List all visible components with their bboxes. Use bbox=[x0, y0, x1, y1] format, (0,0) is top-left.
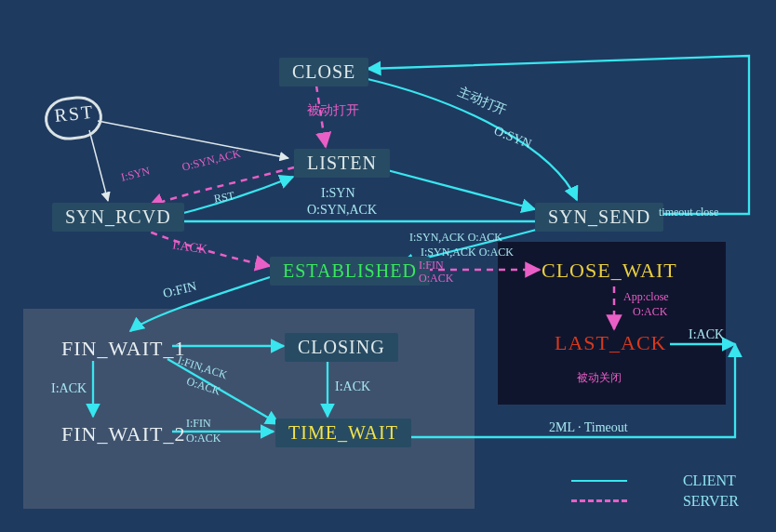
legend-server-line bbox=[571, 499, 627, 502]
state-fin-wait-2: FIN_WAIT_2 bbox=[48, 419, 198, 450]
lbl-synsend-synrcvd: I:SYN,ACK O:ACK bbox=[409, 231, 502, 245]
lbl-fw1-fw2: I:ACK bbox=[51, 381, 87, 396]
lbl-tw-close: 2ML · Timeout bbox=[549, 420, 628, 435]
lbl-cw-la-b: O:ACK bbox=[633, 305, 667, 319]
lbl-la-note: 被动关闭 bbox=[577, 370, 622, 386]
state-last-ack: LAST_ACK bbox=[555, 331, 666, 355]
state-established: ESTABLISHED bbox=[270, 257, 430, 286]
legend-client-line bbox=[571, 480, 627, 482]
state-closing: CLOSING bbox=[285, 333, 398, 362]
lbl-closing-tw: I:ACK bbox=[335, 379, 370, 394]
lbl-la-close: I:ACK bbox=[689, 327, 724, 342]
state-syn-send: SYN_SEND bbox=[535, 203, 663, 232]
lbl-fw2-tw-b: O:ACK bbox=[186, 432, 221, 446]
lbl-synsend-estab: I:SYN,ACK O:ACK bbox=[421, 246, 514, 259]
legend-server: SERVER bbox=[683, 491, 739, 512]
state-time-wait: TIME_WAIT bbox=[275, 419, 411, 447]
lbl-close-listen: 被动打开 bbox=[307, 102, 359, 119]
legend: CLIENT SERVER bbox=[683, 471, 739, 512]
legend-client: CLIENT bbox=[683, 471, 739, 491]
state-close: CLOSE bbox=[279, 58, 368, 86]
lbl-synsend-close: timeout close bbox=[659, 206, 718, 219]
lbl-listen-synsend-b: O:SYN,ACK bbox=[307, 203, 377, 218]
lbl-fw2-tw-a: I:FIN bbox=[186, 417, 211, 431]
lbl-cw-la-a: App:close bbox=[623, 290, 669, 304]
state-close-wait: CLOSE_WAIT bbox=[542, 259, 677, 283]
lbl-listen-synsend-a: I:SYN bbox=[321, 186, 355, 201]
state-listen: LISTEN bbox=[294, 149, 390, 178]
state-syn-rcvd: SYN_RCVD bbox=[52, 203, 184, 232]
lbl-estab-cw-a: I:FIN bbox=[419, 259, 444, 273]
lbl-estab-cw-b: O:ACK bbox=[419, 272, 453, 286]
rst-label: RST bbox=[53, 101, 95, 126]
state-fin-wait-1: FIN_WAIT_1 bbox=[48, 333, 198, 365]
